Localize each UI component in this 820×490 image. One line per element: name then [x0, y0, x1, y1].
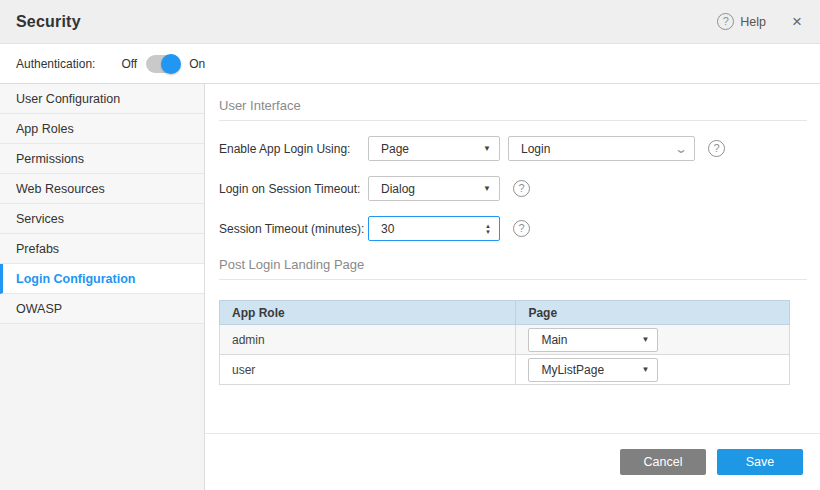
table-header-row: App Role Page [220, 301, 790, 325]
security-dialog: Security ? Help × Authentication: Off On… [0, 0, 820, 490]
section-divider [219, 279, 807, 280]
help-label[interactable]: Help [740, 15, 766, 29]
section-title-user-interface: User Interface [219, 98, 807, 113]
sidebar-item-login-configuration[interactable]: Login Configuration [0, 264, 204, 294]
column-header-app-role: App Role [220, 301, 516, 325]
sidebar-item-services[interactable]: Services [0, 204, 204, 234]
authentication-label: Authentication: [16, 57, 95, 71]
sidebar-item-prefabs[interactable]: Prefabs [0, 234, 204, 264]
dialog-footer: Cancel Save [205, 433, 820, 490]
stepper-down-icon[interactable]: ▼ [485, 229, 491, 235]
section-title-post-login: Post Login Landing Page [219, 257, 807, 272]
landing-page-select-admin[interactable]: Main ▼ [528, 328, 658, 352]
enable-app-login-label: Enable App Login Using: [219, 142, 368, 156]
session-timeout-input[interactable] [381, 222, 485, 236]
sidebar-item-owasp[interactable]: OWASP [0, 294, 204, 324]
session-timeout-row: Session Timeout (minutes): ▲ ▼ ? [219, 216, 807, 241]
sidebar-item-web-resources[interactable]: Web Resources [0, 174, 204, 204]
column-header-page: Page [516, 301, 790, 325]
caret-down-icon: ▼ [483, 184, 491, 193]
chevron-down-icon: ⌄ [674, 142, 688, 156]
table-row: admin Main ▼ [220, 325, 790, 355]
login-on-timeout-help-icon[interactable]: ? [513, 180, 530, 197]
authentication-bar: Authentication: Off On [0, 44, 820, 84]
session-timeout-help-icon[interactable]: ? [513, 220, 530, 237]
settings-sidebar: User Configuration App Roles Permissions… [0, 84, 205, 490]
save-button[interactable]: Save [717, 449, 803, 475]
caret-down-icon: ▼ [641, 335, 649, 344]
login-on-timeout-row: Login on Session Timeout: Dialog ▼ ? [219, 176, 807, 201]
enable-app-login-row: Enable App Login Using: Page ▼ Login ⌄ ? [219, 136, 807, 161]
session-timeout-label: Session Timeout (minutes): [219, 222, 368, 236]
toggle-off-label: Off [121, 57, 137, 71]
login-configuration-panel: User Interface Enable App Login Using: P… [205, 84, 820, 490]
dialog-body: User Configuration App Roles Permissions… [0, 84, 820, 490]
app-role-cell: user [220, 355, 516, 385]
app-role-cell: admin [220, 325, 516, 355]
authentication-toggle[interactable] [146, 55, 180, 73]
landing-page-value: Main [541, 333, 635, 347]
dialog-header: Security ? Help × [0, 0, 820, 44]
login-type-select[interactable]: Page ▼ [368, 136, 500, 161]
sidebar-item-permissions[interactable]: Permissions [0, 144, 204, 174]
cancel-button[interactable]: Cancel [620, 449, 706, 475]
help-icon[interactable]: ? [717, 13, 734, 30]
sidebar-item-user-configuration[interactable]: User Configuration [0, 84, 204, 114]
page-title: Security [16, 13, 81, 31]
post-login-landing-table: App Role Page admin Main ▼ [219, 300, 790, 385]
caret-down-icon: ▼ [641, 365, 649, 374]
timeout-mode-value: Dialog [381, 182, 477, 196]
close-icon[interactable]: × [792, 13, 802, 30]
sidebar-item-app-roles[interactable]: App Roles [0, 114, 204, 144]
login-type-value: Page [381, 142, 477, 156]
session-timeout-input-wrap: ▲ ▼ [368, 216, 500, 241]
login-on-timeout-label: Login on Session Timeout: [219, 182, 368, 196]
landing-page-select-user[interactable]: MyListPage ▼ [528, 358, 658, 382]
login-page-value: Login [521, 142, 670, 156]
landing-page-value: MyListPage [541, 363, 635, 377]
help-button[interactable]: ? Help [717, 13, 766, 30]
timeout-mode-select[interactable]: Dialog ▼ [368, 176, 500, 201]
number-stepper[interactable]: ▲ ▼ [485, 223, 491, 235]
toggle-on-label: On [189, 57, 205, 71]
enable-app-login-help-icon[interactable]: ? [708, 140, 725, 157]
login-page-combobox[interactable]: Login ⌄ [508, 136, 695, 161]
caret-down-icon: ▼ [483, 144, 491, 153]
toggle-knob[interactable] [161, 54, 181, 74]
table-row: user MyListPage ▼ [220, 355, 790, 385]
section-divider [219, 120, 807, 121]
